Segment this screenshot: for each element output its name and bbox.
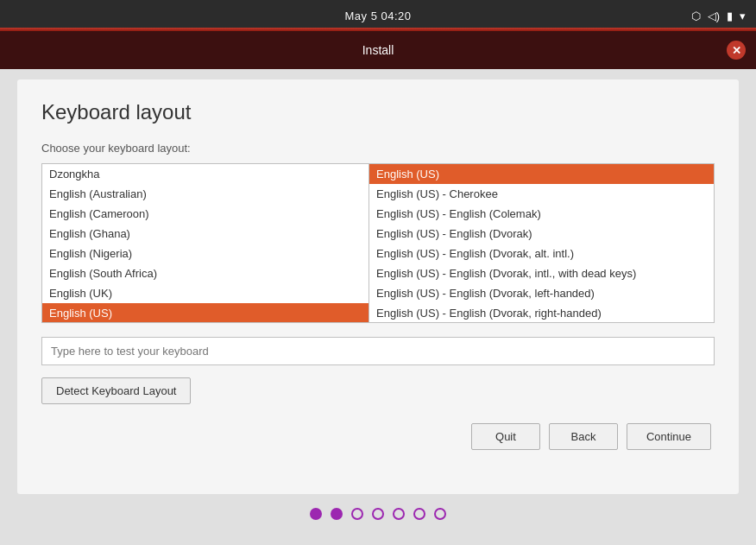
- progress-dot: [434, 508, 446, 520]
- progress-dot: [310, 508, 322, 520]
- list-item[interactable]: English (Australian): [42, 184, 369, 204]
- list-item[interactable]: English (Nigeria): [42, 244, 369, 263]
- quit-button[interactable]: Quit: [471, 423, 540, 450]
- keyboard-test-input[interactable]: [41, 337, 715, 365]
- progress-dot: [372, 508, 384, 520]
- progress-dot: [351, 508, 363, 520]
- continue-button[interactable]: Continue: [627, 423, 711, 450]
- list-item[interactable]: English (Cameroon): [42, 204, 369, 224]
- battery-icon: ▮: [727, 10, 733, 22]
- navigation-buttons: Quit Back Continue: [41, 423, 715, 450]
- language-list-right[interactable]: English (US)English (US) - CherokeeEngli…: [369, 163, 715, 323]
- list-item[interactable]: English (US) - English (Dvorak, intl., w…: [369, 263, 714, 283]
- list-item[interactable]: English (US) - Cherokee: [369, 184, 714, 204]
- list-item[interactable]: English (US) - English (Dvorak, alt. int…: [369, 244, 714, 263]
- close-button[interactable]: ✕: [727, 41, 746, 60]
- top-bar: May 5 04:20 ⬡ ◁) ▮ ▾: [0, 0, 756, 31]
- main-content: Keyboard layout Choose your keyboard lay…: [17, 79, 739, 494]
- list-item[interactable]: English (Ghana): [42, 224, 369, 244]
- dropdown-icon: ▾: [740, 10, 746, 22]
- back-button[interactable]: Back: [549, 423, 618, 450]
- list-item[interactable]: English (UK): [42, 283, 369, 303]
- network-icon: ⬡: [691, 10, 701, 22]
- list-item[interactable]: Dzongkha: [42, 164, 369, 184]
- progress-dot: [331, 508, 343, 520]
- language-list-left[interactable]: DzongkhaEnglish (Australian)English (Cam…: [41, 163, 369, 323]
- title-bar: Install ✕: [0, 31, 756, 69]
- system-tray: ⬡ ◁) ▮ ▾: [691, 10, 746, 22]
- page-title: Keyboard layout: [41, 100, 715, 124]
- lists-container: DzongkhaEnglish (Australian)English (Cam…: [41, 163, 715, 323]
- list-item[interactable]: English (US): [369, 164, 714, 184]
- window-title: Install: [362, 43, 394, 57]
- choose-label: Choose your keyboard layout:: [41, 142, 715, 155]
- list-item[interactable]: English (South Africa): [42, 263, 369, 283]
- detect-keyboard-button[interactable]: Detect Keyboard Layout: [41, 377, 191, 404]
- list-item[interactable]: English (US) - English (Dvorak, left-han…: [369, 283, 714, 303]
- list-item[interactable]: English (US): [42, 303, 369, 323]
- list-item[interactable]: English (US) - English (Dvorak, right-ha…: [369, 303, 714, 323]
- progress-dot: [413, 508, 425, 520]
- list-item[interactable]: English (US) - English (Dvorak): [369, 224, 714, 244]
- progress-dot: [393, 508, 405, 520]
- progress-dots: [0, 508, 756, 520]
- list-item[interactable]: English (US) - English (Colemak): [369, 204, 714, 224]
- volume-icon: ◁): [708, 10, 720, 22]
- clock: May 5 04:20: [344, 10, 411, 22]
